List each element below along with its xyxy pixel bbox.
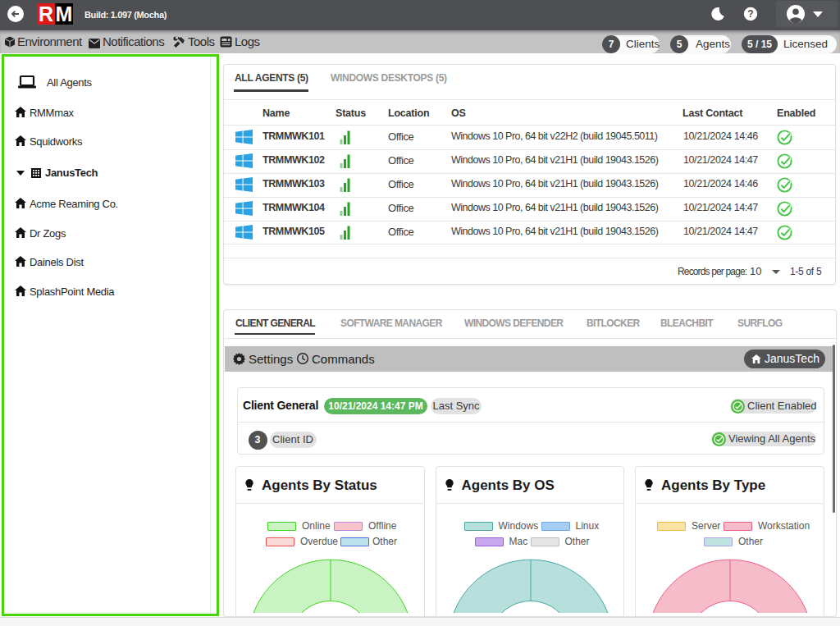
svg-text:?: ? [747,8,753,20]
